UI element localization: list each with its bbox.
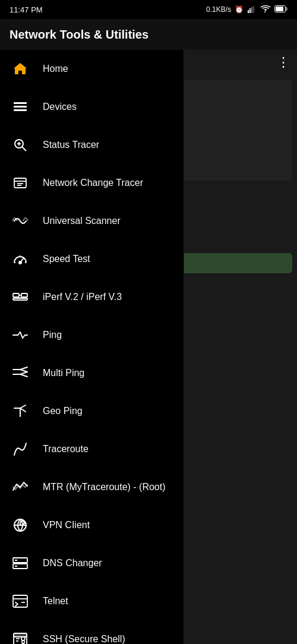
network-speed: 0.1KB/s bbox=[206, 5, 231, 14]
telnet-icon bbox=[10, 591, 31, 612]
geo-ping-icon bbox=[10, 400, 31, 422]
iperf-label: iPerf V.2 / iPerf V.3 bbox=[43, 292, 122, 302]
svg-rect-25 bbox=[13, 298, 27, 300]
sidebar-item-speed-test[interactable]: Speed Test bbox=[0, 240, 184, 278]
multi-ping-icon bbox=[10, 362, 31, 384]
svg-rect-47 bbox=[15, 566, 17, 567]
universal-scanner-icon bbox=[10, 210, 31, 232]
sidebar-item-ssh[interactable]: SSH (Secure Shell) bbox=[0, 620, 184, 644]
sidebar-item-mtr[interactable]: MTR (MyTraceroute) - (Root) bbox=[0, 468, 184, 506]
home-icon bbox=[10, 58, 31, 80]
svg-line-34 bbox=[20, 370, 27, 372]
svg-rect-13 bbox=[14, 178, 26, 188]
svg-rect-6 bbox=[14, 102, 27, 104]
speed-test-icon bbox=[10, 248, 31, 270]
svg-line-37 bbox=[20, 372, 27, 374]
status-tracer-label: Status Tracer bbox=[43, 140, 99, 150]
devices-label: Devices bbox=[43, 102, 77, 112]
universal-scanner-label: Universal Scanner bbox=[43, 216, 121, 226]
svg-rect-3 bbox=[253, 6, 254, 13]
svg-line-33 bbox=[20, 367, 27, 370]
svg-point-53 bbox=[21, 637, 25, 640]
svg-rect-1 bbox=[249, 8, 251, 13]
ssh-label: SSH (Secure Shell) bbox=[43, 634, 125, 644]
ping-icon bbox=[10, 324, 31, 346]
vpn-client-label: VPN CIient bbox=[43, 520, 90, 531]
telnet-label: Telnet bbox=[43, 596, 68, 607]
svg-line-29 bbox=[20, 332, 23, 338]
svg-rect-46 bbox=[15, 560, 17, 561]
geo-ping-label: Geo Ping bbox=[43, 406, 83, 416]
alarm-icon: ⏰ bbox=[235, 5, 244, 14]
sidebar-item-network-change-tracer[interactable]: Network Change Tracer bbox=[0, 164, 184, 202]
status-time: 11:47 PM bbox=[10, 5, 43, 14]
svg-rect-54 bbox=[22, 640, 24, 643]
main-layout: ON ⋮ 🌐 79.106.211.121 255.255.0 (/24) 19… bbox=[0, 50, 297, 644]
svg-line-40 bbox=[20, 408, 26, 412]
sidebar-item-ping[interactable]: Ping bbox=[0, 316, 184, 354]
svg-rect-0 bbox=[248, 10, 249, 13]
dns-changer-icon bbox=[10, 553, 31, 574]
mtr-icon bbox=[10, 476, 31, 498]
status-bar: 11:47 PM 0.1KB/s ⏰ bbox=[0, 0, 297, 19]
app-header: Network Tools & Utilities bbox=[0, 19, 297, 50]
sidebar-item-devices[interactable]: Devices bbox=[0, 88, 184, 126]
sidebar-item-geo-ping[interactable]: Geo Ping bbox=[0, 392, 184, 430]
status-icons: 0.1KB/s ⏰ bbox=[206, 4, 287, 15]
sidebar-item-vpn-client[interactable]: VPN CIient bbox=[0, 506, 184, 544]
svg-rect-23 bbox=[21, 293, 27, 297]
devices-icon bbox=[10, 96, 31, 118]
sidebar-item-multi-ping[interactable]: Multi Ping bbox=[0, 354, 184, 392]
sidebar: Home Devices St bbox=[0, 50, 184, 644]
vpn-client-icon bbox=[10, 514, 31, 536]
sidebar-item-status-tracer[interactable]: Status Tracer bbox=[0, 126, 184, 164]
svg-point-18 bbox=[19, 261, 21, 264]
home-label: Home bbox=[43, 64, 68, 74]
network-change-tracer-label: Network Change Tracer bbox=[43, 178, 143, 188]
svg-line-36 bbox=[20, 374, 27, 377]
more-options-button[interactable]: ⋮ bbox=[277, 55, 290, 70]
svg-rect-2 bbox=[251, 7, 252, 13]
network-change-tracer-icon bbox=[10, 172, 31, 194]
svg-rect-5 bbox=[276, 7, 283, 11]
svg-line-39 bbox=[20, 405, 26, 408]
app-title: Network Tools & Utilities bbox=[10, 28, 148, 42]
sidebar-item-iperf[interactable]: iPerf V.2 / iPerf V.3 bbox=[0, 278, 184, 316]
status-tracer-icon bbox=[10, 134, 31, 156]
svg-line-10 bbox=[22, 147, 26, 151]
svg-rect-48 bbox=[13, 595, 27, 607]
ping-label: Ping bbox=[43, 330, 62, 340]
sidebar-item-traceroute[interactable]: Traceroute bbox=[0, 430, 184, 468]
iperf-icon bbox=[10, 286, 31, 308]
svg-rect-8 bbox=[14, 109, 27, 111]
sidebar-item-home[interactable]: Home bbox=[0, 50, 184, 88]
svg-rect-22 bbox=[13, 293, 19, 297]
ssh-icon bbox=[10, 629, 31, 644]
svg-rect-7 bbox=[14, 106, 27, 108]
traceroute-icon bbox=[10, 438, 31, 460]
battery-icon bbox=[274, 5, 287, 14]
wifi-icon bbox=[260, 5, 271, 15]
svg-rect-52 bbox=[14, 633, 27, 637]
sidebar-item-dns-changer[interactable]: DNS Changer bbox=[0, 544, 184, 582]
dns-changer-label: DNS Changer bbox=[43, 558, 102, 569]
signal-icon bbox=[247, 4, 257, 15]
traceroute-label: Traceroute bbox=[43, 444, 89, 454]
sidebar-item-universal-scanner[interactable]: Universal Scanner bbox=[0, 202, 184, 240]
mtr-label: MTR (MyTraceroute) - (Root) bbox=[43, 482, 166, 493]
sidebar-item-telnet[interactable]: Telnet bbox=[0, 582, 184, 620]
multi-ping-label: Multi Ping bbox=[43, 368, 84, 378]
speed-test-label: Speed Test bbox=[43, 254, 90, 264]
